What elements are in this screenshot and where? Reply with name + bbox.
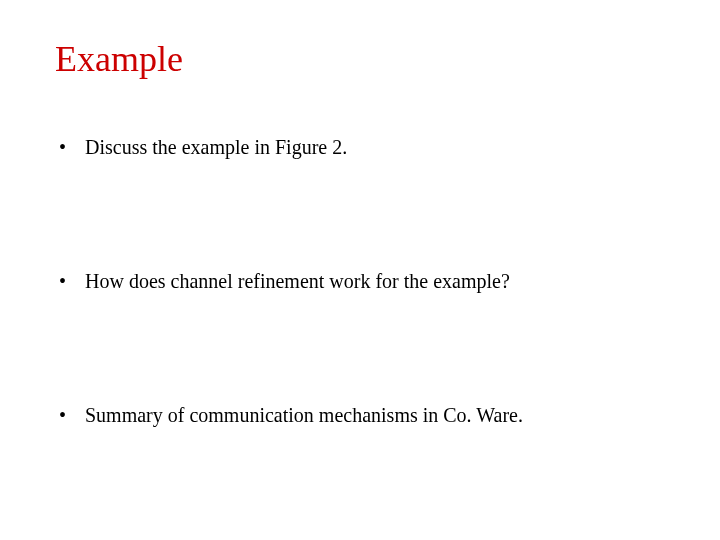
bullet-item: Summary of communication mechanisms in C…: [55, 403, 665, 427]
bullet-list: Discuss the example in Figure 2. How doe…: [55, 135, 665, 427]
slide-title: Example: [55, 40, 665, 80]
bullet-item: How does channel refinement work for the…: [55, 269, 665, 293]
bullet-item: Discuss the example in Figure 2.: [55, 135, 665, 159]
slide: Example Discuss the example in Figure 2.…: [0, 0, 720, 540]
